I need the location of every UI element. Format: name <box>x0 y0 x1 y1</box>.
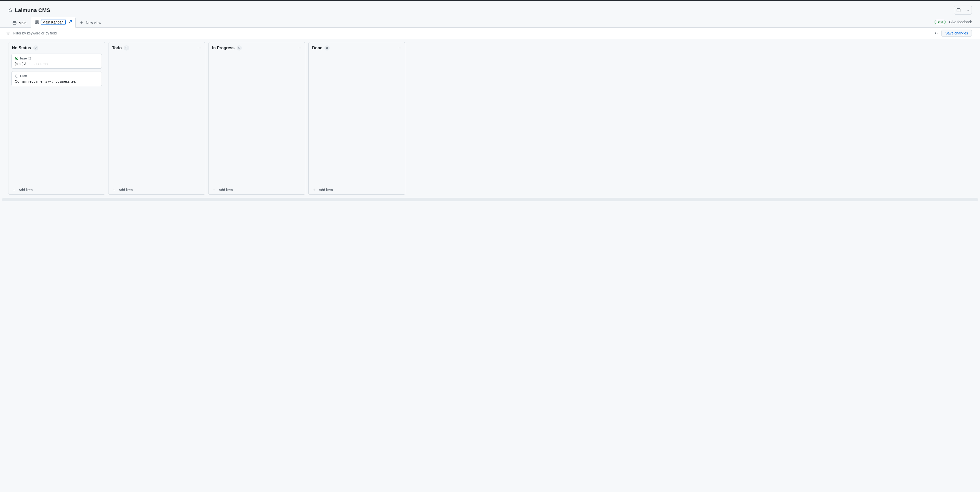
header-left: Laimuna CMS <box>8 7 50 13</box>
issue-open-icon <box>15 56 19 60</box>
card-meta-text: base #2 <box>20 57 31 60</box>
column-title-wrap: Todo0 <box>112 45 129 51</box>
svg-point-32 <box>398 48 399 48</box>
header-right <box>954 6 972 14</box>
column: In Progress0Add item <box>208 42 305 195</box>
insights-panel-button[interactable] <box>954 6 963 14</box>
add-item-label: Add item <box>19 188 33 192</box>
card-meta-text: Draft <box>20 74 27 78</box>
column-body <box>208 54 305 185</box>
svg-point-23 <box>199 48 200 48</box>
column-header: Done0 <box>309 42 405 54</box>
card-title: [cms] Add monorepo <box>15 62 99 66</box>
beta-badge: Beta <box>935 20 945 24</box>
column-title: In Progress <box>212 46 234 50</box>
filter-icon[interactable] <box>6 31 10 35</box>
column-title: Done <box>312 46 322 50</box>
column-count: 0 <box>325 45 330 51</box>
svg-point-18 <box>16 58 18 59</box>
tab-main[interactable]: Main <box>8 18 30 27</box>
board-icon <box>35 20 39 24</box>
project-header: Laimuna CMS <box>0 1 980 14</box>
tab-options[interactable] <box>68 21 71 24</box>
card[interactable]: base #2[cms] Add monorepo <box>11 54 102 68</box>
svg-point-34 <box>401 48 401 48</box>
column-header: Todo0 <box>108 42 205 54</box>
tabs-left: Main <box>8 17 105 27</box>
add-item-button[interactable]: Add item <box>309 185 405 194</box>
plus-icon <box>212 188 216 192</box>
svg-point-27 <box>298 48 299 48</box>
svg-point-29 <box>301 48 301 48</box>
give-feedback-link[interactable]: Give feedback <box>949 20 972 24</box>
column-menu-button[interactable] <box>197 46 201 50</box>
column-title: Todo <box>112 46 122 50</box>
column-title-wrap: Done0 <box>312 45 330 51</box>
add-item-button[interactable]: Add item <box>108 185 205 194</box>
svg-point-19 <box>15 75 18 77</box>
new-view-label: New view <box>86 21 101 25</box>
column: Todo0Add item <box>108 42 205 195</box>
tab-name-input[interactable] <box>41 20 65 25</box>
svg-point-22 <box>198 48 199 48</box>
column-title-wrap: In Progress0 <box>212 45 242 51</box>
svg-point-28 <box>299 48 300 48</box>
svg-point-3 <box>966 10 966 10</box>
add-item-label: Add item <box>319 188 333 192</box>
save-changes-button[interactable]: Save changes <box>942 30 972 37</box>
new-view-button[interactable]: New view <box>76 18 105 27</box>
column-menu-button[interactable] <box>397 46 401 50</box>
column: Done0Add item <box>308 42 405 195</box>
column-header: In Progress0 <box>208 42 305 54</box>
filter-actions: Save changes <box>934 30 972 37</box>
svg-rect-1 <box>957 8 960 12</box>
plus-icon <box>312 188 316 192</box>
card[interactable]: DraftConfirm requirments with business t… <box>11 71 102 86</box>
filter-row: Save changes <box>0 27 980 39</box>
add-item-button[interactable]: Add item <box>208 185 305 194</box>
column-menu-button[interactable] <box>298 46 301 50</box>
column-count: 2 <box>33 45 38 51</box>
add-item-label: Add item <box>119 188 133 192</box>
svg-rect-6 <box>13 22 16 24</box>
card-title: Confirm requirments with business team <box>15 80 99 83</box>
filter-input[interactable] <box>13 30 931 37</box>
project-title: Laimuna CMS <box>15 7 50 13</box>
tab-label: Main <box>19 21 26 25</box>
table-icon <box>13 21 17 25</box>
tab-main-kanban[interactable] <box>30 17 76 27</box>
add-item-label: Add item <box>219 188 233 192</box>
horizontal-scrollbar[interactable] <box>2 198 978 201</box>
column-body: base #2[cms] Add monorepoDraftConfirm re… <box>8 54 105 185</box>
svg-point-5 <box>968 10 969 10</box>
column: No Status2base #2[cms] Add monorepoDraft… <box>8 42 105 195</box>
tabs-row: Main <box>0 14 980 27</box>
kanban-board: No Status2base #2[cms] Add monorepoDraft… <box>0 39 980 198</box>
column-body <box>108 54 205 185</box>
plus-icon <box>80 21 84 25</box>
column-count: 0 <box>237 45 242 51</box>
svg-point-33 <box>399 48 400 48</box>
unsaved-indicator <box>70 20 72 22</box>
card-meta: base #2 <box>15 56 99 60</box>
column-header: No Status2 <box>8 42 105 54</box>
draft-icon <box>15 74 19 78</box>
svg-rect-0 <box>9 10 11 12</box>
card-meta: Draft <box>15 74 99 78</box>
svg-point-24 <box>200 48 201 48</box>
column-title: No Status <box>12 46 31 50</box>
project-menu-button[interactable] <box>963 6 972 14</box>
revert-button[interactable] <box>934 31 939 35</box>
plus-icon <box>12 188 16 192</box>
column-count: 0 <box>124 45 129 51</box>
lock-icon <box>8 8 12 12</box>
svg-point-4 <box>967 10 968 10</box>
column-body <box>309 54 405 185</box>
column-title-wrap: No Status2 <box>12 45 38 51</box>
tabs-right: Beta Give feedback <box>935 20 972 24</box>
svg-rect-9 <box>35 21 39 24</box>
add-item-button[interactable]: Add item <box>8 185 105 194</box>
plus-icon <box>112 188 116 192</box>
